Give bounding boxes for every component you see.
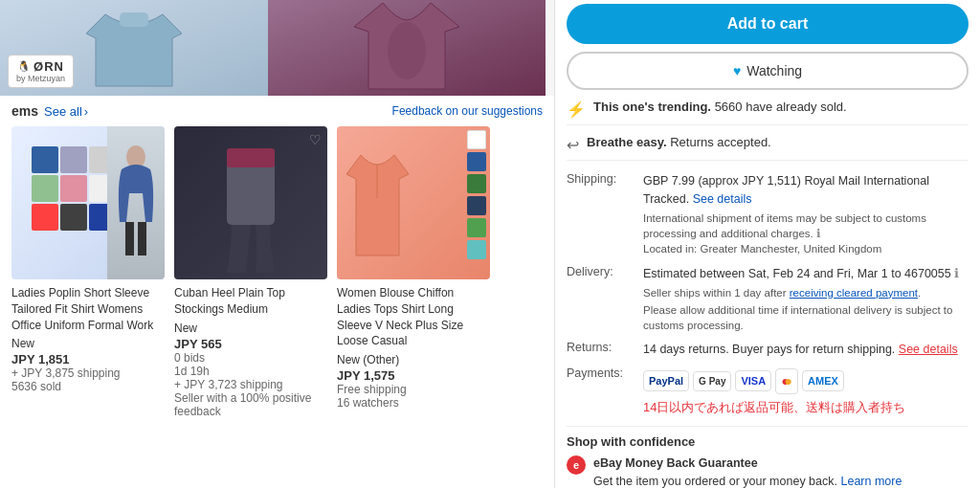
returns-row: ↩ Breathe easy. Returns accepted. — [567, 125, 969, 161]
item-image-2[interactable]: ♡ — [174, 126, 327, 279]
gpay-icon: G Pay — [693, 371, 731, 391]
product-image-2 — [268, 0, 546, 96]
item-2-time: 1d 19h — [174, 365, 327, 378]
svg-rect-6 — [227, 148, 275, 167]
item-2-condition: New — [174, 322, 327, 335]
item-image-3[interactable] — [337, 126, 490, 279]
item-1-sold: 5636 sold — [11, 380, 165, 393]
add-to-cart-button[interactable]: Add to cart — [567, 4, 969, 44]
delivery-row: Delivery: Estimated between Sat, Feb 24 … — [567, 261, 969, 337]
shipping-value: GBP 7.99 (approx JPY 1,511) Royal Mail I… — [643, 168, 969, 261]
payments-label: Payments: — [567, 363, 643, 421]
shop-confidence-title: Shop with confidence — [567, 434, 969, 449]
item-2-seller: Seller with a 100% positive feedback — [174, 391, 327, 418]
item-2-price: JPY 565 — [174, 337, 327, 351]
see-all-link[interactable]: See all › — [44, 104, 88, 119]
delivery-value: Estimated between Sat, Feb 24 and Fri, M… — [643, 261, 969, 337]
left-panel: 🐧 ØRN by Metzuyan ems — [0, 0, 555, 488]
delivery-info-icon: ℹ — [954, 267, 959, 280]
ebay-icon: e — [567, 455, 586, 475]
returns-value: 14 days returns. Buyer pays for return s… — [643, 337, 969, 363]
payment-icons: PayPal G Pay VISA ●● AMEX — [643, 368, 969, 394]
shipping-see-details-link[interactable]: See details — [693, 192, 752, 206]
learn-more-link[interactable]: Learn more — [840, 475, 902, 488]
payments-value: PayPal G Pay VISA ●● AMEX 14日以内であれば返品可能、… — [643, 363, 969, 421]
item-3-condition: New (Other) — [337, 353, 490, 366]
svg-point-1 — [388, 22, 426, 79]
model-silhouette — [107, 126, 165, 279]
trending-text: This one's trending. 5660 have already s… — [593, 100, 847, 114]
brand-badge: 🐧 ØRN by Metzuyan — [8, 55, 74, 88]
returns-see-details-link[interactable]: See details — [899, 343, 958, 356]
shipping-label: Shipping: — [567, 168, 643, 261]
section-header: ems See all › Feedback on our suggestion… — [11, 103, 543, 119]
section-title: ems — [11, 103, 38, 119]
returns-label: Returns: — [567, 337, 643, 363]
item-3-price: JPY 1,575 — [337, 368, 490, 383]
delivery-label: Delivery: — [567, 261, 643, 337]
item-1-shipping: + JPY 3,875 shipping — [11, 366, 165, 380]
paypal-icon: PayPal — [643, 370, 689, 392]
brand-name: ØRN — [33, 59, 64, 74]
right-panel: Add to cart ♥ Watching ⚡ This one's tren… — [555, 0, 980, 488]
item-3-shipping: Free shipping — [337, 383, 490, 396]
item-card-2: ♡ Cuban Heel Plain Top Stockings Medium … — [174, 126, 327, 418]
brand-byline: by Metzuyan — [16, 74, 65, 83]
japanese-note: 14日以内であれば返品可能、送料は購入者持ち — [643, 398, 969, 417]
item-1-price: JPY 1,851 — [11, 352, 165, 366]
item-card-3: Women Blouse Chiffon Ladies Tops Shirt L… — [337, 126, 490, 418]
info-icon: ℹ — [816, 228, 821, 239]
delivery-note2: Please allow additional time if internat… — [643, 302, 969, 333]
item-image-1[interactable] — [11, 126, 165, 279]
product-image-area: 🐧 ØRN by Metzuyan — [0, 0, 554, 96]
item-1-title: Ladies Poplin Short Sleeve Tailored Fit … — [11, 285, 165, 333]
shipping-note1: International shipment of items may be s… — [643, 211, 969, 241]
similar-items-section: ems See all › Feedback on our suggestion… — [0, 96, 554, 426]
returns-info-row: Returns: 14 days returns. Buyer pays for… — [567, 337, 969, 363]
visa-icon: VISA — [735, 370, 771, 392]
amex-icon: AMEX — [802, 370, 844, 392]
trending-icon: ⚡ — [567, 100, 586, 119]
svg-rect-0 — [120, 12, 148, 27]
items-grid: Ladies Poplin Short Sleeve Tailored Fit … — [11, 126, 543, 418]
item-2-shipping: + JPY 3,723 shipping — [174, 378, 327, 391]
returns-icon: ↩ — [567, 136, 579, 154]
ebay-guarantee-text: eBay Money Back Guarantee Get the item y… — [593, 455, 902, 488]
mastercard-icon: ●● — [775, 368, 798, 394]
svg-rect-3 — [125, 222, 134, 255]
trending-row: ⚡ This one's trending. 5660 have already… — [567, 90, 969, 125]
watching-button[interactable]: ♥ Watching — [567, 52, 969, 90]
item-2-bids: 0 bids — [174, 351, 327, 365]
item-2-title: Cuban Heel Plain Top Stockings Medium — [174, 285, 327, 318]
svg-rect-4 — [138, 222, 146, 255]
feedback-link[interactable]: Feedback on our suggestions — [392, 104, 543, 118]
delivery-note: Seller ships within 1 day after receivin… — [643, 285, 969, 300]
item-card-1: Ladies Poplin Short Sleeve Tailored Fit … — [11, 126, 165, 418]
product-image-1: 🐧 ØRN by Metzuyan — [0, 0, 268, 96]
cleared-payment-link[interactable]: receiving cleared payment — [790, 287, 918, 299]
ebay-guarantee-row: e eBay Money Back Guarantee Get the item… — [567, 455, 969, 488]
item-1-condition: New — [11, 337, 165, 350]
returns-text: Breathe easy. Returns accepted. — [587, 135, 771, 149]
item-3-title: Women Blouse Chiffon Ladies Tops Shirt L… — [337, 285, 490, 349]
payments-row: Payments: PayPal G Pay VISA ●● AMEX 14日以… — [567, 363, 969, 421]
shipping-location: Located in: Greater Manchester, United K… — [643, 241, 969, 257]
blouse-color-options — [467, 130, 486, 259]
info-table: Shipping: GBP 7.99 (approx JPY 1,511) Ro… — [567, 168, 969, 420]
shipping-row: Shipping: GBP 7.99 (approx JPY 1,511) Ro… — [567, 168, 969, 261]
item-3-watchers: 16 watchers — [337, 396, 490, 410]
heart-icon: ♥ — [733, 63, 741, 78]
shop-confidence-section: Shop with confidence e eBay Money Back G… — [567, 426, 969, 488]
wishlist-icon-2[interactable]: ♡ — [309, 132, 322, 147]
